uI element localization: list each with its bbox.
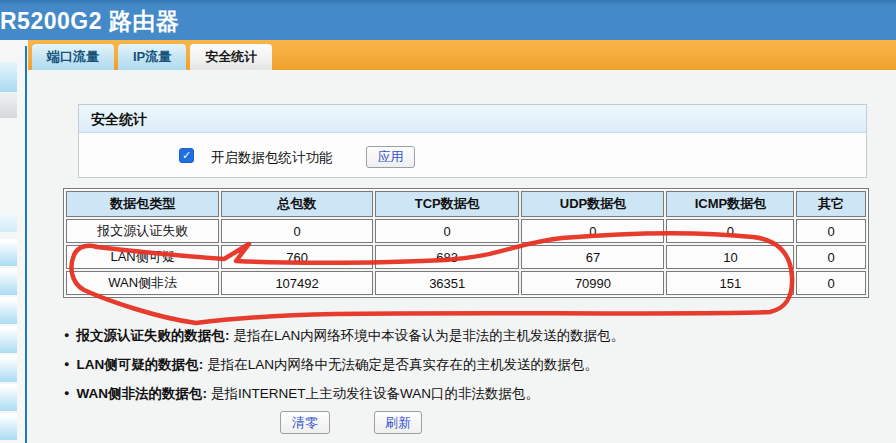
note-term: WAN侧非法的数据包: — [76, 386, 207, 401]
app-header: R5200G2 路由器 — [0, 0, 896, 40]
bullet-icon: ● — [64, 388, 69, 398]
sidebar-menu-item-fragment[interactable] — [0, 62, 17, 92]
cell-value: 67 — [521, 245, 664, 269]
cell-type: 报文源认证失败 — [66, 219, 219, 243]
col-header-packet-type: 数据包类型 — [66, 191, 219, 217]
panel-body: ✓ 开启数据包统计功能 应用 — [79, 133, 866, 177]
app-title: R5200G2 路由器 — [0, 6, 179, 37]
checkmark-icon: ✓ — [182, 150, 191, 161]
col-header-icmp: ICMP数据包 — [666, 191, 794, 217]
sidebar-menu-item-fragment[interactable] — [0, 92, 17, 118]
cell-value: 0 — [796, 271, 866, 295]
sidebar-menu-item-fragment[interactable] — [0, 268, 17, 295]
cell-value: 0 — [796, 245, 866, 269]
sidebar-menu-item-fragment[interactable] — [0, 413, 17, 440]
cell-value: 0 — [796, 219, 866, 243]
table-header-row: 数据包类型 总包数 TCP数据包 UDP数据包 ICMP数据包 其它 — [66, 191, 866, 217]
sidebar-menu-item-fragment[interactable] — [0, 297, 17, 324]
cell-value: 10 — [666, 245, 794, 269]
refresh-button[interactable]: 刷新 — [374, 411, 422, 434]
cell-type: LAN侧可疑 — [66, 245, 219, 269]
note-term: 报文源认证失败的数据包: — [76, 328, 229, 343]
enable-stats-label: 开启数据包统计功能 — [211, 149, 333, 167]
cell-value: 70990 — [521, 271, 664, 295]
tab-security-stats[interactable]: 安全统计 — [190, 44, 272, 70]
bullet-icon: ● — [64, 330, 69, 340]
cell-value: 0 — [375, 219, 520, 243]
table-row-auth-fail: 报文源认证失败 0 0 0 0 0 — [66, 219, 866, 243]
router-admin-screen: R5200G2 路由器 端口流量 IP流量 安全统计 安全统计 ✓ 开启数据包统… — [0, 0, 896, 443]
note-desc: 是指INTERNET上主动发往设备WAN口的非法数据包。 — [211, 386, 539, 401]
security-stats-panel: 安全统计 ✓ 开启数据包统计功能 应用 — [78, 104, 867, 178]
panel-title: 安全统计 — [79, 105, 866, 133]
col-header-other: 其它 — [796, 191, 866, 217]
left-sidebar-fragment — [0, 40, 26, 443]
cell-value: 0 — [666, 219, 794, 243]
cell-value: 151 — [666, 271, 794, 295]
cell-value: 36351 — [375, 271, 520, 295]
col-header-total: 总包数 — [221, 191, 373, 217]
tab-ip-traffic[interactable]: IP流量 — [118, 44, 186, 70]
note-term: LAN侧可疑的数据包: — [76, 357, 203, 372]
table-row-lan-suspicious: LAN侧可疑 760 683 67 10 0 — [66, 245, 866, 269]
sidebar-menu-item-fragment[interactable] — [0, 212, 17, 232]
note-lan-suspicious: ●LAN侧可疑的数据包:是指在LAN内网络中无法确定是否真实存在的主机发送的数据… — [64, 356, 598, 374]
note-auth-fail: ●报文源认证失败的数据包:是指在LAN内网络环境中本设备认为是非法的主机发送的数… — [64, 327, 624, 345]
note-desc: 是指在LAN内网络中无法确定是否真实存在的主机发送的数据包。 — [207, 357, 598, 372]
bullet-icon: ● — [64, 359, 69, 369]
table-row-wan-illegal: WAN侧非法 107492 36351 70990 151 0 — [66, 271, 866, 295]
cell-value: 760 — [221, 245, 373, 269]
sidebar-menu-item-fragment[interactable] — [0, 355, 17, 382]
sidebar-menu-item-fragment[interactable] — [0, 384, 17, 411]
enable-stats-checkbox[interactable]: ✓ — [179, 148, 194, 163]
sidebar-menu-item-fragment[interactable] — [0, 326, 17, 353]
col-header-udp: UDP数据包 — [521, 191, 664, 217]
clear-button[interactable]: 清零 — [280, 411, 330, 434]
cell-value: 0 — [221, 219, 373, 243]
cell-value: 107492 — [221, 271, 373, 295]
tab-bar: 端口流量 IP流量 安全统计 — [32, 44, 276, 70]
security-stats-table: 数据包类型 总包数 TCP数据包 UDP数据包 ICMP数据包 其它 报文源认证… — [63, 188, 869, 298]
cell-value: 683 — [375, 245, 520, 269]
col-header-tcp: TCP数据包 — [375, 191, 520, 217]
sidebar-divider — [25, 46, 27, 443]
note-desc: 是指在LAN内网络环境中本设备认为是非法的主机发送的数据包。 — [233, 328, 624, 343]
note-wan-illegal: ●WAN侧非法的数据包:是指INTERNET上主动发往设备WAN口的非法数据包。 — [64, 385, 539, 403]
cell-value: 0 — [521, 219, 664, 243]
tab-port-traffic[interactable]: 端口流量 — [32, 44, 114, 70]
cell-type: WAN侧非法 — [66, 271, 219, 295]
apply-button[interactable]: 应用 — [366, 146, 415, 168]
sidebar-menu-item-fragment[interactable] — [0, 239, 17, 266]
